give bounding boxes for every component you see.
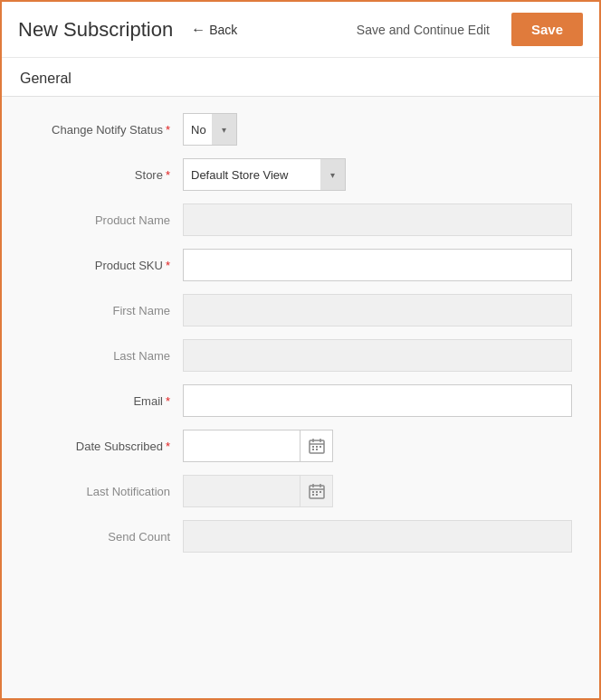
product-sku-input[interactable] <box>183 249 572 281</box>
last-notification-input[interactable] <box>183 475 300 507</box>
field-row-first-name: First Name <box>2 294 599 326</box>
store-select[interactable]: Default Store View <box>183 158 346 191</box>
label-product-sku: Product SKU* <box>29 259 183 272</box>
date-subscribed-calendar-icon[interactable] <box>300 430 333 462</box>
page-header: New Subscription ← Back Save and Continu… <box>2 2 599 58</box>
svg-rect-6 <box>320 446 321 448</box>
required-star-store: * <box>166 168 170 182</box>
svg-rect-13 <box>312 491 314 493</box>
last-notification-wrapper <box>183 475 572 507</box>
required-star: * <box>166 123 170 137</box>
save-button[interactable]: Save <box>511 13 583 46</box>
field-row-change-notify-status: Change Notify Status* No Yes ▾ <box>2 113 599 146</box>
label-first-name: First Name <box>29 304 183 317</box>
label-last-name: Last Name <box>29 349 183 363</box>
form-area: Change Notify Status* No Yes ▾ Store* De… <box>2 97 599 698</box>
field-row-send-count: Send Count <box>2 520 599 553</box>
select-wrapper-notify-status: No Yes ▾ <box>183 113 237 146</box>
svg-rect-17 <box>316 494 318 496</box>
svg-rect-8 <box>316 449 318 450</box>
label-send-count: Send Count <box>29 530 183 544</box>
field-row-date-subscribed: Date Subscribed* <box>2 430 599 462</box>
label-store: Store* <box>29 168 183 182</box>
required-star-date: * <box>166 440 170 453</box>
last-name-input[interactable] <box>183 339 572 372</box>
field-row-last-name: Last Name <box>2 339 599 372</box>
change-notify-status-select[interactable]: No Yes <box>183 113 237 146</box>
field-row-email: Email* <box>2 384 599 417</box>
svg-rect-15 <box>320 491 321 493</box>
svg-rect-4 <box>312 446 314 448</box>
field-row-product-name: Product Name <box>2 203 599 236</box>
label-email: Email* <box>29 394 183 408</box>
svg-rect-14 <box>316 491 318 493</box>
field-row-store: Store* Default Store View ▾ <box>2 158 599 191</box>
label-product-name: Product Name <box>29 213 183 227</box>
page-title: New Subscription <box>18 18 173 42</box>
save-continue-button[interactable]: Save and Continue Edit <box>346 15 501 44</box>
field-row-product-sku: Product SKU* <box>2 249 599 281</box>
select-wrapper-store: Default Store View ▾ <box>183 158 346 191</box>
label-last-notification: Last Notification <box>29 485 183 498</box>
send-count-input[interactable] <box>183 520 572 553</box>
product-name-input[interactable] <box>183 203 572 236</box>
svg-rect-5 <box>316 446 318 448</box>
svg-rect-16 <box>312 494 314 496</box>
section-title-bar: General <box>2 58 599 97</box>
email-input[interactable] <box>183 384 572 417</box>
section-title: General <box>20 71 72 86</box>
back-link[interactable]: ← Back <box>191 22 237 38</box>
back-label: Back <box>209 23 237 37</box>
field-row-last-notification: Last Notification <box>2 475 599 507</box>
label-change-notify-status: Change Notify Status* <box>29 123 183 137</box>
date-subscribed-input[interactable] <box>183 430 300 462</box>
required-star-email: * <box>166 394 170 408</box>
required-star-sku: * <box>166 259 170 272</box>
label-date-subscribed: Date Subscribed* <box>29 440 183 453</box>
page-wrapper: New Subscription ← Back Save and Continu… <box>0 0 601 700</box>
back-arrow-icon: ← <box>191 22 205 38</box>
date-subscribed-wrapper <box>183 430 572 462</box>
last-notification-calendar-icon[interactable] <box>300 475 333 507</box>
svg-rect-7 <box>312 449 314 450</box>
first-name-input[interactable] <box>183 294 572 326</box>
